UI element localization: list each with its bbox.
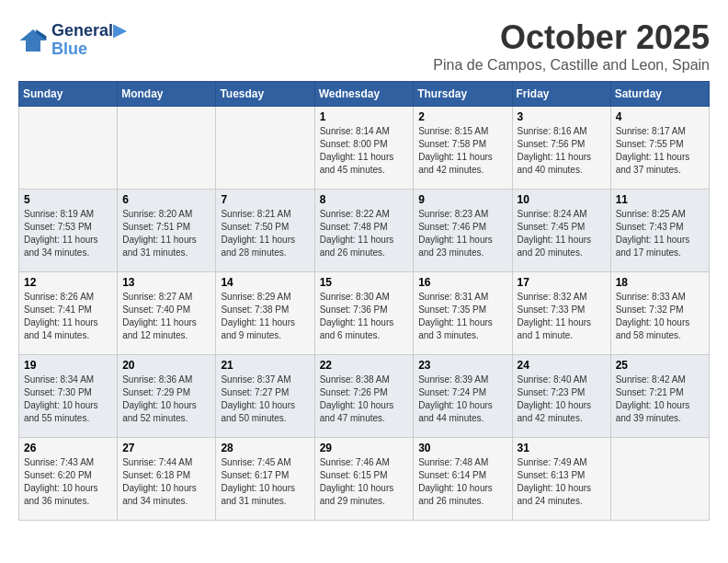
day-info: Sunrise: 8:38 AM Sunset: 7:26 PM Dayligh… <box>320 373 409 425</box>
day-number: 26 <box>24 442 112 454</box>
day-number: 6 <box>122 193 210 206</box>
month-title: October 2025 <box>433 18 710 57</box>
day-info: Sunrise: 7:44 AM Sunset: 6:18 PM Dayligh… <box>122 456 210 508</box>
day-number: 2 <box>418 110 506 123</box>
day-number: 1 <box>320 110 409 123</box>
day-number: 14 <box>221 276 309 289</box>
day-info: Sunrise: 8:33 AM Sunset: 7:32 PM Dayligh… <box>616 291 704 342</box>
calendar-week-2: 5Sunrise: 8:19 AM Sunset: 7:53 PM Daylig… <box>19 190 710 272</box>
calendar-week-5: 26Sunrise: 7:43 AM Sunset: 6:20 PM Dayli… <box>19 438 710 521</box>
day-info: Sunrise: 8:37 AM Sunset: 7:27 PM Dayligh… <box>221 373 309 425</box>
calendar-cell: 3Sunrise: 8:16 AM Sunset: 7:56 PM Daylig… <box>512 107 610 190</box>
day-info: Sunrise: 8:27 AM Sunset: 7:40 PM Dayligh… <box>122 291 210 342</box>
calendar-cell: 24Sunrise: 8:40 AM Sunset: 7:23 PM Dayli… <box>512 355 610 438</box>
day-number: 10 <box>518 193 606 206</box>
day-header-thursday: Thursday <box>414 82 512 107</box>
calendar-cell: 29Sunrise: 7:46 AM Sunset: 6:15 PM Dayli… <box>314 438 414 521</box>
day-info: Sunrise: 7:45 AM Sunset: 6:17 PM Dayligh… <box>221 456 309 508</box>
calendar-cell: 10Sunrise: 8:24 AM Sunset: 7:45 PM Dayli… <box>512 190 610 272</box>
day-number: 22 <box>320 359 409 372</box>
calendar-cell: 21Sunrise: 8:37 AM Sunset: 7:27 PM Dayli… <box>216 355 314 438</box>
day-number: 24 <box>518 359 606 372</box>
calendar-cell: 15Sunrise: 8:30 AM Sunset: 7:36 PM Dayli… <box>314 272 414 355</box>
calendar-cell: 25Sunrise: 8:42 AM Sunset: 7:21 PM Dayli… <box>610 355 709 438</box>
calendar-cell: 14Sunrise: 8:29 AM Sunset: 7:38 PM Dayli… <box>216 272 314 355</box>
svg-marker-0 <box>20 29 47 52</box>
day-header-friday: Friday <box>512 82 610 107</box>
day-info: Sunrise: 8:14 AM Sunset: 8:00 PM Dayligh… <box>320 125 409 177</box>
day-number: 20 <box>122 359 210 372</box>
day-info: Sunrise: 8:20 AM Sunset: 7:51 PM Dayligh… <box>122 208 210 259</box>
calendar-cell: 7Sunrise: 8:21 AM Sunset: 7:50 PM Daylig… <box>216 190 314 272</box>
logo-icon <box>18 26 48 55</box>
calendar-cell: 5Sunrise: 8:19 AM Sunset: 7:53 PM Daylig… <box>19 190 118 272</box>
calendar-cell: 19Sunrise: 8:34 AM Sunset: 7:30 PM Dayli… <box>19 355 118 438</box>
day-info: Sunrise: 8:17 AM Sunset: 7:55 PM Dayligh… <box>616 125 704 177</box>
day-number: 29 <box>320 442 409 454</box>
calendar-cell: 30Sunrise: 7:48 AM Sunset: 6:14 PM Dayli… <box>414 438 512 521</box>
calendar-cell <box>118 107 216 190</box>
day-number: 19 <box>24 359 112 372</box>
day-number: 16 <box>418 276 506 289</box>
day-info: Sunrise: 8:32 AM Sunset: 7:33 PM Dayligh… <box>518 291 606 342</box>
day-header-wednesday: Wednesday <box>314 82 414 107</box>
day-number: 23 <box>418 359 506 372</box>
day-number: 28 <box>221 442 309 454</box>
day-info: Sunrise: 7:43 AM Sunset: 6:20 PM Dayligh… <box>24 456 112 508</box>
calendar-cell: 2Sunrise: 8:15 AM Sunset: 7:58 PM Daylig… <box>414 107 512 190</box>
day-info: Sunrise: 8:23 AM Sunset: 7:46 PM Dayligh… <box>418 208 506 259</box>
day-header-sunday: Sunday <box>19 82 118 107</box>
day-number: 17 <box>518 276 606 289</box>
day-info: Sunrise: 8:29 AM Sunset: 7:38 PM Dayligh… <box>221 291 309 342</box>
day-number: 8 <box>320 193 409 206</box>
day-number: 30 <box>418 442 506 454</box>
day-number: 4 <box>616 110 704 123</box>
day-info: Sunrise: 8:36 AM Sunset: 7:29 PM Dayligh… <box>122 373 210 425</box>
calendar-cell: 11Sunrise: 8:25 AM Sunset: 7:43 PM Dayli… <box>610 190 709 272</box>
logo-text: General▶ Blue <box>51 22 126 59</box>
day-info: Sunrise: 8:16 AM Sunset: 7:56 PM Dayligh… <box>518 125 606 177</box>
day-number: 3 <box>518 110 606 123</box>
page-header: General▶ Blue October 2025 Pina de Campo… <box>18 18 710 74</box>
calendar-cell <box>216 107 314 190</box>
day-info: Sunrise: 8:39 AM Sunset: 7:24 PM Dayligh… <box>418 373 506 425</box>
day-info: Sunrise: 8:40 AM Sunset: 7:23 PM Dayligh… <box>518 373 606 425</box>
day-info: Sunrise: 8:42 AM Sunset: 7:21 PM Dayligh… <box>616 373 704 425</box>
day-number: 9 <box>418 193 506 206</box>
calendar-cell: 12Sunrise: 8:26 AM Sunset: 7:41 PM Dayli… <box>19 272 118 355</box>
day-number: 27 <box>122 442 210 454</box>
calendar-cell: 8Sunrise: 8:22 AM Sunset: 7:48 PM Daylig… <box>314 190 414 272</box>
day-number: 31 <box>518 442 606 454</box>
calendar-cell: 22Sunrise: 8:38 AM Sunset: 7:26 PM Dayli… <box>314 355 414 438</box>
day-info: Sunrise: 7:49 AM Sunset: 6:13 PM Dayligh… <box>518 456 606 508</box>
calendar-cell: 6Sunrise: 8:20 AM Sunset: 7:51 PM Daylig… <box>118 190 216 272</box>
location-title: Pina de Campos, Castille and Leon, Spain <box>433 57 710 74</box>
day-number: 21 <box>221 359 309 372</box>
day-info: Sunrise: 8:15 AM Sunset: 7:58 PM Dayligh… <box>418 125 506 177</box>
calendar-cell: 9Sunrise: 8:23 AM Sunset: 7:46 PM Daylig… <box>414 190 512 272</box>
day-info: Sunrise: 8:30 AM Sunset: 7:36 PM Dayligh… <box>320 291 409 342</box>
day-header-monday: Monday <box>118 82 216 107</box>
day-number: 15 <box>320 276 409 289</box>
calendar-cell: 27Sunrise: 7:44 AM Sunset: 6:18 PM Dayli… <box>118 438 216 521</box>
calendar-cell: 23Sunrise: 8:39 AM Sunset: 7:24 PM Dayli… <box>414 355 512 438</box>
day-info: Sunrise: 7:48 AM Sunset: 6:14 PM Dayligh… <box>418 456 506 508</box>
day-info: Sunrise: 8:25 AM Sunset: 7:43 PM Dayligh… <box>616 208 704 259</box>
calendar-cell: 18Sunrise: 8:33 AM Sunset: 7:32 PM Dayli… <box>610 272 709 355</box>
logo: General▶ Blue <box>18 22 126 59</box>
calendar-cell: 20Sunrise: 8:36 AM Sunset: 7:29 PM Dayli… <box>118 355 216 438</box>
day-number: 13 <box>122 276 210 289</box>
calendar-week-3: 12Sunrise: 8:26 AM Sunset: 7:41 PM Dayli… <box>19 272 710 355</box>
calendar-cell: 26Sunrise: 7:43 AM Sunset: 6:20 PM Dayli… <box>19 438 118 521</box>
title-block: October 2025 Pina de Campos, Castille an… <box>433 18 710 74</box>
day-number: 12 <box>24 276 112 289</box>
day-header-tuesday: Tuesday <box>216 82 314 107</box>
day-number: 11 <box>616 193 704 206</box>
calendar-cell: 28Sunrise: 7:45 AM Sunset: 6:17 PM Dayli… <box>216 438 314 521</box>
day-number: 18 <box>616 276 704 289</box>
day-info: Sunrise: 7:46 AM Sunset: 6:15 PM Dayligh… <box>320 456 409 508</box>
calendar-week-4: 19Sunrise: 8:34 AM Sunset: 7:30 PM Dayli… <box>19 355 710 438</box>
day-info: Sunrise: 8:31 AM Sunset: 7:35 PM Dayligh… <box>418 291 506 342</box>
calendar-cell <box>610 438 709 521</box>
calendar-cell: 16Sunrise: 8:31 AM Sunset: 7:35 PM Dayli… <box>414 272 512 355</box>
